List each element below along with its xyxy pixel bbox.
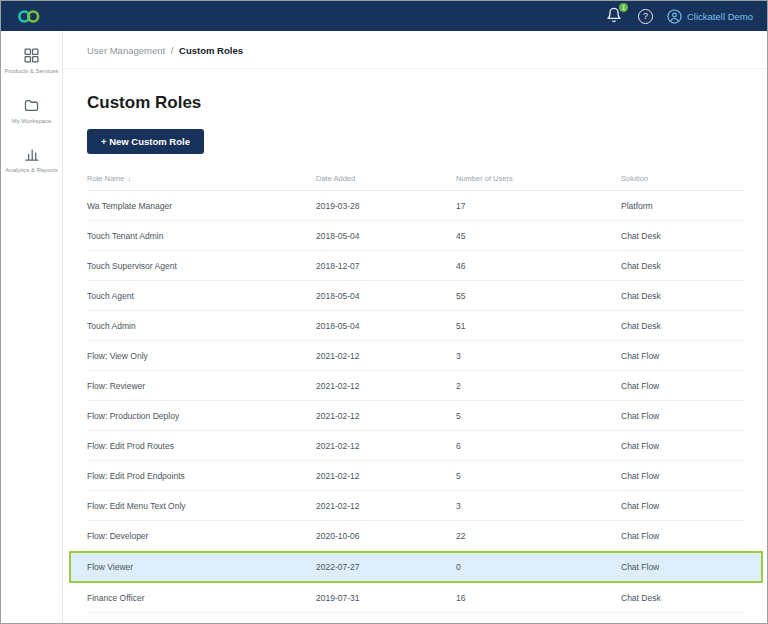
table-body: Wa Template Manager2019-03-2817PlatformT…: [87, 191, 745, 613]
users-count-cell: 5: [456, 411, 621, 421]
date-added-cell: 2021-02-12: [316, 381, 456, 391]
solution-cell: Chat Flow: [621, 441, 745, 451]
user-menu[interactable]: Clickatell Demo: [667, 9, 753, 24]
table-row-highlighted[interactable]: Flow Viewer2022-07-270Chat Flow: [69, 551, 763, 583]
breadcrumb-parent-link[interactable]: User Management: [87, 45, 165, 56]
folder-icon: [23, 97, 40, 114]
solution-cell: Chat Desk: [621, 231, 745, 241]
date-added-cell: 2021-02-12: [316, 441, 456, 451]
role-name-cell: Flow: Edit Prod Routes: [87, 441, 316, 451]
date-added-cell: 2018-05-04: [316, 321, 456, 331]
role-name-cell: Flow: View Only: [87, 351, 316, 361]
breadcrumb: User Management / Custom Roles: [63, 31, 767, 69]
solution-cell: Chat Flow: [621, 501, 745, 511]
user-name-label: Clickatell Demo: [687, 11, 753, 22]
solution-cell: Chat Flow: [621, 531, 745, 541]
table-row[interactable]: Flow: Edit Prod Routes2021-02-126Chat Fl…: [87, 431, 745, 461]
users-count-cell: 6: [456, 441, 621, 451]
date-added-cell: 2020-10-06: [316, 531, 456, 541]
date-added-cell: 2021-02-12: [316, 471, 456, 481]
users-count-cell: 3: [456, 501, 621, 511]
solution-cell: Platform: [621, 201, 745, 211]
date-added-cell: 2018-12-07: [316, 261, 456, 271]
solution-cell: Chat Flow: [621, 471, 745, 481]
table-row[interactable]: Touch Tenant Admin2018-05-0445Chat Desk: [87, 221, 745, 251]
main-content: User Management / Custom Roles Custom Ro…: [63, 31, 767, 624]
grid-icon: [23, 47, 40, 64]
table-row[interactable]: Touch Agent2018-05-0455Chat Desk: [87, 281, 745, 311]
sidebar-item-label: Products & Services: [4, 68, 58, 75]
date-added-cell: 2018-05-04: [316, 231, 456, 241]
role-name-cell: Flow: Production Deploy: [87, 411, 316, 421]
bar-chart-icon: [23, 146, 40, 163]
sidebar-item-products-services[interactable]: Products & Services: [1, 47, 62, 75]
sidebar-item-my-workspace[interactable]: My Workspace: [1, 97, 62, 125]
user-avatar-icon: [667, 9, 682, 24]
new-custom-role-button[interactable]: + New Custom Role: [87, 129, 204, 154]
role-name-cell: Finance Officer: [87, 593, 316, 603]
users-count-cell: 5: [456, 471, 621, 481]
date-added-cell: 2021-02-12: [316, 501, 456, 511]
date-added-cell: 2022-07-27: [316, 562, 456, 572]
table-header-row: Role Name↓ Date Added Number of Users So…: [87, 168, 745, 191]
users-count-cell: 55: [456, 291, 621, 301]
role-name-cell: Wa Template Manager: [87, 201, 316, 211]
sidebar-item-label: My Workspace: [12, 118, 52, 125]
table-row[interactable]: Flow: View Only2021-02-123Chat Flow: [87, 341, 745, 371]
top-bar: 1 ? Clickatell Demo: [1, 1, 767, 31]
users-count-cell: 0: [456, 562, 621, 572]
date-added-cell: 2021-02-12: [316, 411, 456, 421]
table-row[interactable]: Flow: Production Deploy2021-02-125Chat F…: [87, 401, 745, 431]
solution-cell: Chat Flow: [621, 411, 745, 421]
role-name-cell: Flow: Edit Prod Endpoints: [87, 471, 316, 481]
sidebar-item-analytics-reports[interactable]: Analytics & Reports: [1, 146, 62, 174]
users-count-cell: 16: [456, 593, 621, 603]
table-row[interactable]: Touch Admin2018-05-0451Chat Desk: [87, 311, 745, 341]
users-count-cell: 51: [456, 321, 621, 331]
column-header-date-added[interactable]: Date Added: [316, 174, 456, 183]
role-name-cell: Touch Admin: [87, 321, 316, 331]
users-count-cell: 17: [456, 201, 621, 211]
app-window: 1 ? Clickatell Demo Products & Servic: [0, 0, 768, 624]
role-name-cell: Flow Viewer: [87, 562, 316, 572]
help-icon[interactable]: ?: [638, 9, 653, 24]
table-row[interactable]: Flow: Developer2020-10-0622Chat Flow: [87, 521, 745, 551]
table-row[interactable]: Wa Template Manager2019-03-2817Platform: [87, 191, 745, 221]
table-row[interactable]: Touch Supervisor Agent2018-12-0746Chat D…: [87, 251, 745, 281]
solution-cell: Chat Flow: [621, 351, 745, 361]
users-count-cell: 3: [456, 351, 621, 361]
role-name-cell: Touch Supervisor Agent: [87, 261, 316, 271]
role-name-cell: Touch Agent: [87, 291, 316, 301]
users-count-cell: 2: [456, 381, 621, 391]
users-count-cell: 45: [456, 231, 621, 241]
clickatell-logo-icon[interactable]: [17, 9, 41, 24]
custom-roles-table: Role Name↓ Date Added Number of Users So…: [87, 168, 745, 613]
sort-desc-icon[interactable]: ↓: [128, 174, 132, 183]
column-header-role-name[interactable]: Role Name↓: [87, 174, 316, 183]
page-title: Custom Roles: [87, 93, 767, 113]
role-name-cell: Flow: Reviewer: [87, 381, 316, 391]
role-name-cell: Touch Tenant Admin: [87, 231, 316, 241]
table-row[interactable]: Flow: Edit Menu Text Only2021-02-123Chat…: [87, 491, 745, 521]
table-row[interactable]: Finance Officer2019-07-3116Chat Desk: [87, 583, 745, 613]
notifications-bell-icon[interactable]: 1: [606, 7, 624, 25]
notification-count-badge: 1: [619, 3, 628, 12]
table-row[interactable]: Flow: Edit Prod Endpoints2021-02-125Chat…: [87, 461, 745, 491]
breadcrumb-separator: /: [171, 45, 174, 56]
sidebar-item-label: Analytics & Reports: [5, 167, 57, 174]
breadcrumb-current: Custom Roles: [179, 45, 243, 56]
users-count-cell: 46: [456, 261, 621, 271]
solution-cell: Chat Desk: [621, 261, 745, 271]
solution-cell: Chat Flow: [621, 562, 745, 572]
solution-cell: Chat Desk: [621, 593, 745, 603]
date-added-cell: 2021-02-12: [316, 351, 456, 361]
column-header-solution[interactable]: Solution: [621, 174, 745, 183]
users-count-cell: 22: [456, 531, 621, 541]
sidebar: Products & Services My Workspace Analyti…: [1, 31, 63, 624]
table-row[interactable]: Flow: Reviewer2021-02-122Chat Flow: [87, 371, 745, 401]
role-name-cell: Flow: Edit Menu Text Only: [87, 501, 316, 511]
solution-cell: Chat Desk: [621, 291, 745, 301]
column-header-number-of-users[interactable]: Number of Users: [456, 174, 621, 183]
solution-cell: Chat Desk: [621, 321, 745, 331]
role-name-cell: Flow: Developer: [87, 531, 316, 541]
